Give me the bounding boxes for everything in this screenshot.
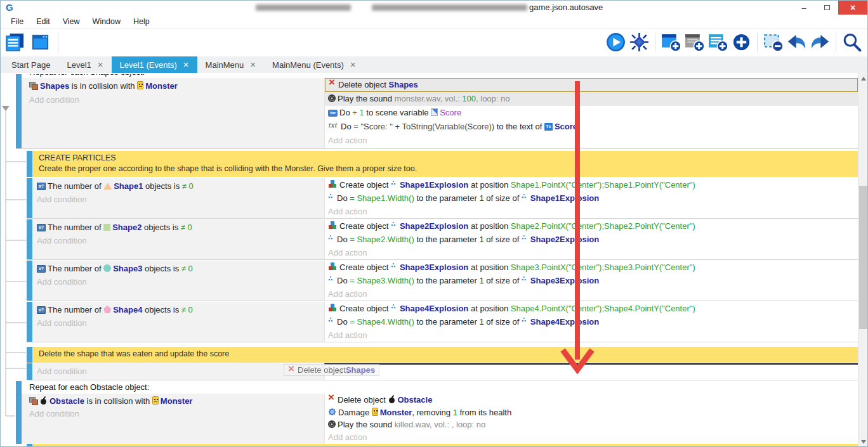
event-drag-handle[interactable] xyxy=(16,74,22,148)
text-segment: at position xyxy=(468,221,511,231)
scrollbar-thumb[interactable] xyxy=(859,186,868,329)
menu-view[interactable]: View xyxy=(56,17,86,26)
shape2-icon xyxy=(103,224,110,231)
event-drag-handle[interactable] xyxy=(27,178,32,218)
action-size-shape1-explosion[interactable]: Do = Shape1.Width() to the parameter 1 o… xyxy=(325,191,858,205)
action-create-shape3-explosion[interactable]: Create object Shape3Explosion at positio… xyxy=(325,261,858,274)
monster-icon xyxy=(152,396,159,405)
event-shape1[interactable]: The number of Shape1 objects is ≠ 0 Add … xyxy=(27,178,858,219)
menu-edit[interactable]: Edit xyxy=(30,17,56,26)
add-element-button[interactable] xyxy=(731,32,752,53)
event-drag-handle[interactable] xyxy=(27,363,32,380)
event-shape3[interactable]: The number of Shape3 objects is ≠ 0 Add … xyxy=(27,261,858,301)
menu-file[interactable]: File xyxy=(4,17,30,26)
event-drop-target[interactable]: Add condition Add action xyxy=(27,363,858,380)
redo-button[interactable] xyxy=(810,32,831,53)
action-size-shape3-explosion[interactable]: Do = Shape3.Width() to the parameter 1 o… xyxy=(325,274,858,287)
text-segment: The number of xyxy=(48,264,103,273)
tab-close-icon[interactable] xyxy=(183,60,189,70)
debug-button[interactable] xyxy=(629,32,650,53)
create-object-icon xyxy=(328,221,338,230)
action-delete-shapes[interactable]: Delete object Shapes xyxy=(325,78,858,92)
tab-label: MainMenu xyxy=(206,60,244,70)
maximize-button[interactable] xyxy=(815,1,838,15)
minimize-button[interactable]: – xyxy=(792,1,815,15)
particle-icon xyxy=(522,317,529,325)
condition-obstacle-collision[interactable]: Obstacle is in collision with Monster xyxy=(29,395,324,408)
tab-close-icon[interactable] xyxy=(98,60,103,70)
event-drag-handle[interactable] xyxy=(27,219,32,259)
condition-shape2-count[interactable]: The number of Shape2 objects is ≠ 0 xyxy=(37,221,324,234)
add-event-button[interactable] xyxy=(661,32,681,53)
tab-level1-events[interactable]: Level1 (Events) xyxy=(112,56,197,73)
add-condition-link[interactable]: Add condition xyxy=(37,234,324,247)
comment-create-particles[interactable]: CREATE PARTICLES Create the proper one a… xyxy=(27,151,858,177)
add-action-link[interactable]: Add action xyxy=(325,134,858,148)
action-size-shape4-explosion[interactable]: Do = Shape4.Width() to the parameter 1 o… xyxy=(325,315,858,328)
text-segment: Play the sound xyxy=(338,420,395,429)
condition-shapes-collision[interactable]: Shapes is in collision with Monster xyxy=(29,79,324,93)
event-drag-handle[interactable] xyxy=(27,261,32,301)
tab-close-icon[interactable] xyxy=(250,60,256,70)
add-condition-link[interactable]: Add condition xyxy=(37,275,324,288)
tab-level1[interactable]: Level1 xyxy=(58,56,111,73)
event-shape2[interactable]: The number of Shape2 objects is ≠ 0 Add … xyxy=(27,219,858,260)
tab-start-page[interactable]: Start Page xyxy=(3,56,58,73)
menu-help[interactable]: Help xyxy=(127,17,156,26)
close-button[interactable]: × xyxy=(838,1,867,15)
event-drag-handle[interactable] xyxy=(16,381,22,444)
scroll-up-arrow-icon[interactable] xyxy=(861,77,866,81)
event-header[interactable]: Repeat for each Obstacle object: xyxy=(22,381,858,394)
play-button[interactable] xyxy=(605,32,626,53)
add-action-link[interactable]: Add action xyxy=(325,365,858,378)
add-action-link[interactable]: Add action xyxy=(325,205,858,218)
text-segment: Create object xyxy=(339,262,391,272)
event-repeat-shapes[interactable]: Repeat for each Shapes object: Shapes is… xyxy=(16,74,858,149)
comment-delete-shape[interactable]: Delete the shape that was eaten and upda… xyxy=(27,347,858,363)
action-update-score-text[interactable]: Do = "Score: " + ToString(Variable(Score… xyxy=(325,120,858,134)
tab-mainmenu[interactable]: MainMenu xyxy=(197,56,264,73)
add-comment-button[interactable] xyxy=(707,32,728,53)
condition-shape1-count[interactable]: The number of Shape1 objects is ≠ 0 xyxy=(37,179,324,193)
scene-editor-icon[interactable] xyxy=(30,32,51,53)
action-play-monster-sound[interactable]: Play the sound monster.wav, vol.: 100, l… xyxy=(325,92,858,106)
add-action-link[interactable]: Add action xyxy=(325,328,858,342)
remove-event-button[interactable] xyxy=(763,32,784,53)
action-create-shape4-explosion[interactable]: Create object Shape4Explosion at positio… xyxy=(325,302,858,315)
add-condition-link[interactable]: Add condition xyxy=(37,316,324,330)
condition-shape4-count[interactable]: The number of Shape4 objects is ≠ 0 xyxy=(37,303,324,316)
event-drag-handle[interactable] xyxy=(27,151,32,177)
vertical-scrollbar[interactable] xyxy=(858,73,868,447)
action-play-killed-sound[interactable]: Play the sound killed.wav, vol.: , loop:… xyxy=(325,418,858,431)
conditions-cell: Add condition xyxy=(32,363,324,380)
action-create-shape1-explosion[interactable]: Create object Shape1Explosion at positio… xyxy=(325,178,858,191)
event-repeat-obstacle[interactable]: Repeat for each Obstacle object: Obstacl… xyxy=(16,381,858,444)
add-condition-link[interactable]: Add condition xyxy=(37,365,324,378)
add-action-link[interactable]: Add action xyxy=(325,287,858,301)
actions-cell: Create object Shape4Explosion at positio… xyxy=(324,302,858,342)
condition-shape3-count[interactable]: The number of Shape3 objects is ≠ 0 xyxy=(37,262,324,275)
text-segment: to the parameter 1 of size of xyxy=(414,317,522,327)
tab-mainmenu-events[interactable]: MainMenu (Events) xyxy=(264,56,364,73)
action-increment-score-variable[interactable]: Do + 1 to scene variable Score xyxy=(325,106,858,120)
search-button[interactable] xyxy=(841,32,862,53)
add-condition-link[interactable]: Add condition xyxy=(37,193,324,206)
menu-window[interactable]: Window xyxy=(86,17,127,26)
action-delete-obstacle[interactable]: Delete object Obstacle xyxy=(325,394,858,406)
event-drag-handle[interactable] xyxy=(27,302,32,342)
action-size-shape2-explosion[interactable]: Do = Shape2.Width() to the parameter 1 o… xyxy=(325,233,858,246)
action-create-shape2-explosion[interactable]: Create object Shape2Explosion at positio… xyxy=(325,219,858,233)
tab-close-icon[interactable] xyxy=(350,60,356,70)
add-action-link[interactable]: Add action xyxy=(325,431,858,444)
add-condition-link[interactable]: Add condition xyxy=(29,408,324,420)
add-condition-link[interactable]: Add condition xyxy=(29,93,324,107)
project-manager-icon[interactable] xyxy=(4,32,25,53)
scroll-down-arrow-icon[interactable] xyxy=(861,440,866,444)
undo-button[interactable] xyxy=(786,32,807,53)
action-damage-monster[interactable]: Damage Monster, removing 1 from its heal… xyxy=(325,406,858,419)
window-title: game.json.autosave xyxy=(529,3,603,12)
add-action-link[interactable]: Add action xyxy=(325,246,858,259)
event-drag-handle[interactable] xyxy=(27,347,32,363)
event-shape4[interactable]: The number of Shape4 objects is ≠ 0 Add … xyxy=(27,302,858,342)
add-subevent-button[interactable] xyxy=(684,32,705,53)
